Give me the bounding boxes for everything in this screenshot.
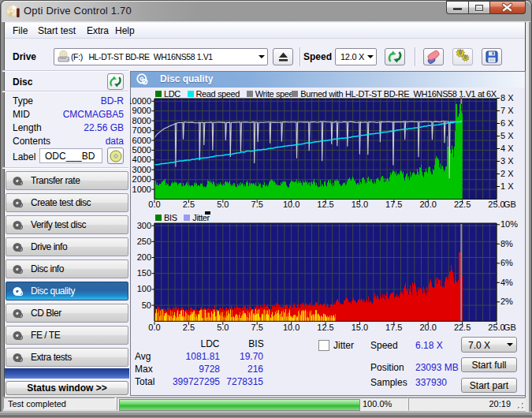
svg-text:2%: 2% xyxy=(500,297,513,306)
svg-text:GB: GB xyxy=(504,323,516,332)
svg-text:6 X: 6 X xyxy=(500,118,514,128)
svg-text:8 X: 8 X xyxy=(500,95,514,103)
svg-text:8%: 8% xyxy=(500,239,513,248)
svg-text:8000: 8000 xyxy=(132,116,151,125)
svg-text:4%: 4% xyxy=(500,278,513,287)
svg-text:6000: 6000 xyxy=(132,136,151,145)
svg-text:5000: 5000 xyxy=(132,145,151,155)
svg-text:GB: GB xyxy=(504,200,516,209)
svg-text:50: 50 xyxy=(142,300,151,310)
svg-text:1000: 1000 xyxy=(132,185,151,194)
svg-text:100: 100 xyxy=(137,284,151,293)
svg-text:3 X: 3 X xyxy=(500,156,514,166)
svg-text:250: 250 xyxy=(137,237,151,246)
svg-text:1 X: 1 X xyxy=(500,181,514,191)
svg-text:2000: 2000 xyxy=(132,174,151,184)
svg-text:7000: 7000 xyxy=(132,125,151,135)
svg-text:5 X: 5 X xyxy=(500,131,514,140)
svg-text:7 X: 7 X xyxy=(500,106,514,115)
svg-text:2 X: 2 X xyxy=(500,169,514,178)
svg-text:200: 200 xyxy=(137,252,151,262)
svg-text:10%: 10% xyxy=(500,219,518,229)
svg-text:3000: 3000 xyxy=(132,165,151,174)
svg-text:6%: 6% xyxy=(500,258,513,267)
svg-text:9000: 9000 xyxy=(132,106,151,115)
svg-text:10000: 10000 xyxy=(130,96,151,106)
svg-text:150: 150 xyxy=(137,268,151,278)
svg-text:4000: 4000 xyxy=(132,155,151,164)
svg-text:300: 300 xyxy=(137,221,151,230)
svg-text:4 X: 4 X xyxy=(500,144,514,153)
